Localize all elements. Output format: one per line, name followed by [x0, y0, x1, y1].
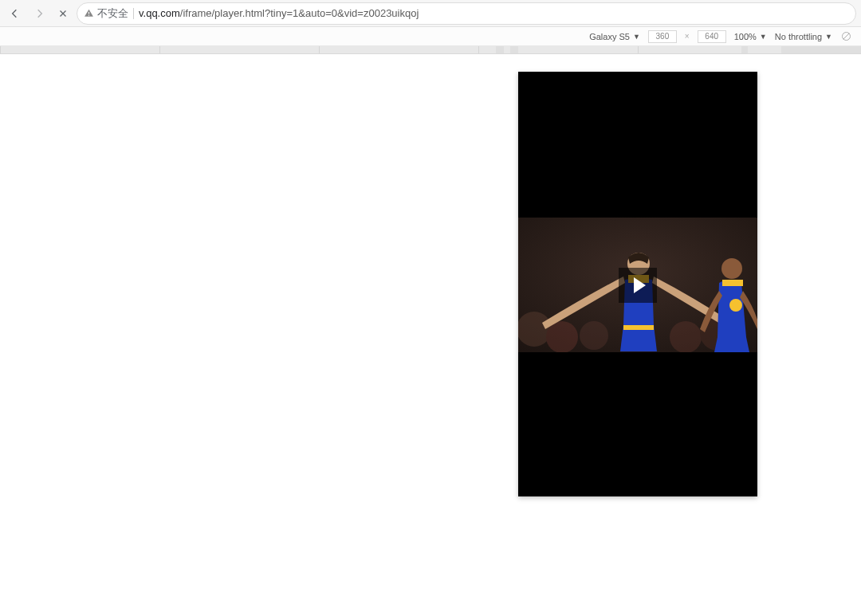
security-indicator[interactable]: 不安全 [84, 6, 128, 21]
ruler [0, 46, 861, 54]
device-select[interactable]: Galaxy S5 ▼ [589, 32, 640, 41]
video-thumbnail[interactable] [518, 218, 757, 352]
play-icon [634, 277, 646, 293]
svg-point-17 [729, 299, 742, 312]
warning-icon [84, 8, 94, 18]
rotate-button[interactable] [840, 30, 853, 43]
chevron-down-icon: ▼ [633, 33, 640, 41]
svg-point-10 [670, 321, 702, 352]
address-bar[interactable]: 不安全 v.qq.com/iframe/player.html?tiny=1&a… [77, 2, 856, 25]
chevron-down-icon: ▼ [760, 33, 767, 41]
viewport-stage [0, 54, 861, 616]
svg-line-5 [843, 33, 850, 39]
browser-toolbar: 不安全 v.qq.com/iframe/player.html?tiny=1&a… [0, 0, 861, 27]
svg-point-7 [518, 312, 552, 347]
stop-button[interactable] [53, 3, 73, 24]
zoom-value: 100% [734, 32, 757, 41]
device-toolbar: Galaxy S5 ▼ 360 × 640 100% ▼ No throttli… [0, 27, 861, 46]
no-rotate-icon [840, 30, 852, 42]
security-label: 不安全 [97, 6, 128, 21]
svg-point-9 [580, 321, 608, 350]
back-button[interactable] [5, 3, 26, 24]
throttling-value: No throttling [775, 32, 822, 41]
url-text: v.qq.com/iframe/player.html?tiny=1&auto=… [139, 7, 419, 19]
svg-rect-14 [623, 325, 654, 330]
forward-button[interactable] [29, 3, 49, 24]
device-frame [518, 72, 757, 496]
svg-rect-15 [722, 280, 743, 286]
close-icon [57, 8, 69, 19]
separator [133, 8, 134, 19]
svg-rect-3 [88, 15, 89, 16]
dimension-separator: × [685, 32, 690, 41]
play-button[interactable] [619, 268, 657, 303]
svg-point-16 [721, 258, 742, 279]
chevron-down-icon: ▼ [825, 33, 832, 41]
viewport-width-input[interactable]: 360 [648, 30, 677, 43]
arrow-left-icon [9, 7, 22, 20]
url-path: /iframe/player.html?tiny=1&auto=0&vid=z0… [180, 7, 419, 19]
zoom-select[interactable]: 100% ▼ [734, 32, 767, 41]
viewport-height-input[interactable]: 640 [698, 30, 726, 43]
url-host: v.qq.com [139, 7, 180, 19]
svg-rect-2 [88, 12, 89, 14]
device-name: Galaxy S5 [589, 32, 630, 41]
arrow-right-icon [33, 7, 45, 20]
throttling-select[interactable]: No throttling ▼ [775, 32, 832, 41]
